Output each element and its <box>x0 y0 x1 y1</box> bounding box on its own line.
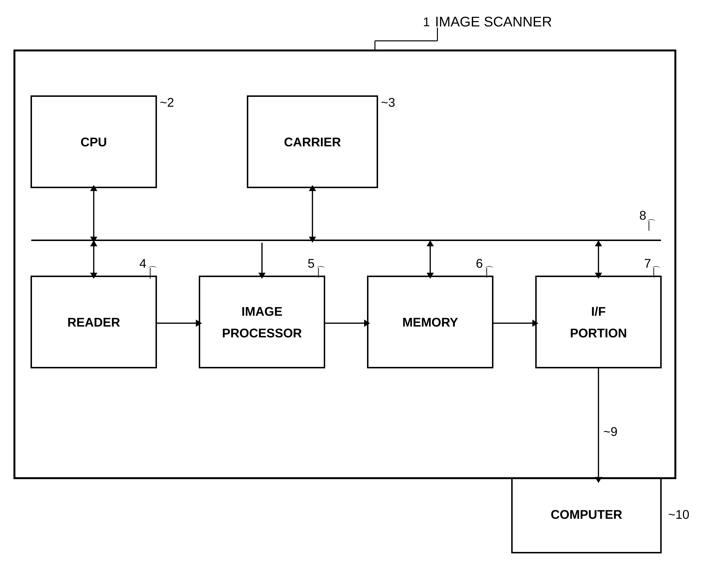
title-text: IMAGE SCANNER <box>435 14 552 29</box>
reader-ref: 4 <box>139 256 146 270</box>
svg-marker-34 <box>595 477 602 483</box>
if-bracket: ⌒ <box>651 265 661 276</box>
if-portion-label2: PORTION <box>570 326 627 340</box>
reader-label: READER <box>67 315 120 329</box>
computer-label: COMPUTER <box>551 507 622 521</box>
cpu-ref: ~2 <box>160 95 174 109</box>
image-processor-ref: 5 <box>308 256 315 270</box>
title-ref: 1 <box>423 15 430 29</box>
memory-bracket: ⌒ <box>484 265 494 276</box>
image-processor-label1: IMAGE <box>242 304 282 318</box>
carrier-label: CARRIER <box>284 135 341 149</box>
reader-bracket: ⌒ <box>148 265 157 276</box>
memory-ref: 6 <box>476 256 483 270</box>
svg-marker-30 <box>595 240 602 246</box>
image-processor-block <box>199 276 324 368</box>
if-portion-block <box>536 276 661 368</box>
cpu-label: CPU <box>81 135 107 149</box>
carrier-ref: ~3 <box>381 95 395 109</box>
diagram: 1 IMAGE SCANNER CPU ~2 CARRIER ~3 8 ⌒ <box>0 0 728 569</box>
ip-bracket: ⌒ <box>316 265 326 276</box>
svg-marker-15 <box>90 240 97 246</box>
bus-ref: 8 <box>639 208 646 222</box>
if-portion-label1: I/F <box>591 304 606 318</box>
bus-bracket: ⌒ <box>647 218 656 229</box>
image-processor-label2: PROCESSOR <box>222 326 302 340</box>
svg-rect-3 <box>14 50 675 478</box>
memory-label: MEMORY <box>402 315 458 329</box>
if-portion-ref: 7 <box>644 256 651 270</box>
svg-marker-24 <box>427 240 434 246</box>
ref9-label: ~9 <box>603 425 617 439</box>
computer-ref: ~10 <box>668 507 689 521</box>
